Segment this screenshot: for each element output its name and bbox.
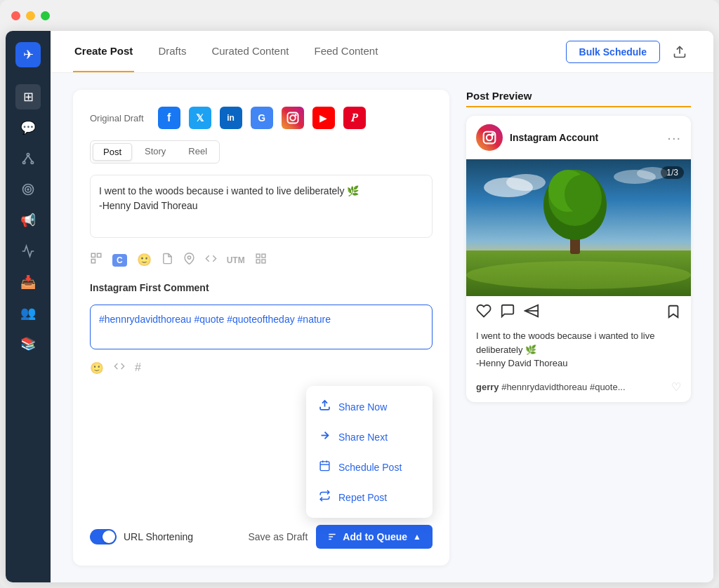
bulk-schedule-button[interactable]: Bulk Schedule: [566, 41, 660, 63]
comment-emoji-icon[interactable]: 🙂: [90, 361, 104, 375]
comment-like-icon[interactable]: ♡: [671, 380, 681, 394]
sidebar-item-network[interactable]: [15, 146, 41, 171]
sidebar-item-team[interactable]: 👥: [15, 300, 41, 326]
share-next-icon: [317, 429, 331, 444]
instagram-avatar: [476, 124, 503, 151]
youtube-icon[interactable]: ▶: [312, 107, 335, 129]
preview-image: 1/3: [466, 159, 691, 296]
tab-curated-content[interactable]: Curated Content: [210, 31, 290, 72]
tab-story[interactable]: Story: [135, 143, 176, 161]
svg-point-10: [290, 115, 296, 121]
share-now-item[interactable]: Share Now: [306, 392, 433, 422]
svg-rect-13: [98, 253, 101, 257]
content-area: Original Draft f 𝕏 in: [51, 73, 713, 582]
svg-line-3: [24, 156, 28, 161]
account-name: Instagram Account: [510, 132, 598, 143]
sidebar-item-library[interactable]: 📚: [15, 331, 41, 356]
linkedin-icon[interactable]: in: [220, 107, 242, 129]
tab-post[interactable]: Post: [93, 143, 132, 161]
image-counter: 1/3: [661, 166, 684, 179]
comment-code-icon[interactable]: [114, 361, 125, 375]
url-shortening-toggle[interactable]: [90, 529, 117, 544]
svg-point-0: [27, 154, 29, 156]
svg-rect-25: [320, 462, 329, 471]
tab-feed-content[interactable]: Feed Content: [312, 31, 379, 72]
file-icon[interactable]: [161, 253, 173, 268]
instagram-platform-icon[interactable]: [282, 107, 304, 129]
add-to-queue-button[interactable]: Add to Queue ▲: [316, 525, 433, 549]
main-content: Create Post Drafts Curated Content Feed …: [51, 31, 713, 582]
sidebar-item-dashboard[interactable]: ⊞: [15, 84, 41, 109]
pinterest-icon[interactable]: 𝑃: [343, 107, 366, 129]
preview-card: Instagram Account ···: [466, 116, 691, 402]
svg-rect-12: [91, 253, 95, 257]
preview-account: Instagram Account: [476, 124, 598, 151]
svg-rect-19: [262, 259, 265, 262]
comment-toolbar: 🙂 #: [90, 361, 433, 375]
original-draft-label: Original Draft: [90, 113, 144, 123]
tab-reel[interactable]: Reel: [178, 143, 217, 161]
sidebar-item-target[interactable]: [15, 177, 41, 202]
emoji-icon[interactable]: 🙂: [137, 253, 152, 267]
sidebar-item-megaphone[interactable]: 📢: [15, 208, 41, 233]
tab-drafts[interactable]: Drafts: [157, 31, 187, 72]
tab-create-post[interactable]: Create Post: [73, 31, 134, 72]
bookmark-icon[interactable]: [666, 304, 681, 322]
more-options-button[interactable]: ···: [667, 130, 681, 146]
post-type-tabs: Post Story Reel: [90, 140, 220, 163]
sidebar-item-messages[interactable]: 💬: [15, 115, 41, 140]
minimize-button[interactable]: [26, 11, 35, 20]
code-icon[interactable]: [205, 253, 217, 268]
save-draft-button[interactable]: Save as Draft: [249, 531, 308, 542]
share-icon[interactable]: [524, 303, 539, 322]
svg-point-39: [466, 261, 691, 289]
twitter-icon[interactable]: 𝕏: [189, 107, 211, 129]
preview-comment: gerry #hennrydavidthoreau #quote... ♡: [466, 377, 691, 402]
svg-rect-18: [256, 259, 260, 262]
google-icon[interactable]: G: [251, 107, 273, 129]
top-nav: Create Post Drafts Curated Content Feed …: [51, 31, 713, 73]
schedule-post-icon: [317, 460, 331, 474]
app-window: ✈ ⊞ 💬 📢 📥 👥 �: [0, 0, 719, 588]
first-comment-label: Instagram First Comment: [90, 282, 433, 293]
schedule-post-item[interactable]: Schedule Post: [306, 452, 433, 482]
editor-toolbar: C 🙂 UTM: [90, 249, 433, 271]
platform-row: Original Draft f 𝕏 in: [90, 107, 433, 129]
preview-panel: Post Preview: [466, 90, 691, 566]
repost-icon[interactable]: [90, 252, 103, 268]
sidebar-item-analytics[interactable]: [15, 239, 41, 264]
post-editor: Original Draft f 𝕏 in: [73, 90, 449, 566]
share-now-icon: [317, 399, 331, 414]
grid-icon[interactable]: [255, 253, 267, 268]
location-icon[interactable]: [183, 253, 195, 268]
like-icon[interactable]: [476, 303, 492, 322]
sidebar-item-inbox[interactable]: 📥: [15, 269, 41, 295]
nav-actions: Bulk Schedule: [566, 41, 691, 63]
svg-line-4: [28, 156, 32, 161]
first-comment-input[interactable]: #hennrydavidthoreau #quote #quoteoftheda…: [90, 305, 433, 349]
svg-rect-17: [262, 254, 265, 258]
maximize-button[interactable]: [41, 11, 50, 20]
comment-icon[interactable]: [500, 303, 515, 322]
titlebar: [0, 0, 719, 31]
svg-point-7: [27, 189, 29, 190]
ai-icon[interactable]: C: [112, 254, 127, 267]
svg-point-30: [487, 135, 492, 140]
repeat-post-icon: [317, 490, 331, 505]
preview-title: Post Preview: [466, 90, 691, 107]
facebook-icon[interactable]: f: [158, 107, 180, 129]
queue-dropdown-menu: Share Now Share Next: [306, 386, 433, 518]
sidebar: ✈ ⊞ 💬 📢 📥 👥 �: [6, 31, 51, 582]
comment-username: gerry: [476, 382, 499, 392]
post-content-input[interactable]: I went to the woods because i wanted to …: [90, 175, 433, 238]
close-button[interactable]: [11, 11, 20, 20]
hashtag-icon[interactable]: #: [135, 361, 141, 374]
sidebar-logo[interactable]: ✈: [15, 42, 41, 67]
repeat-post-item[interactable]: Repet Post: [306, 482, 433, 512]
utm-button[interactable]: UTM: [227, 255, 245, 265]
export-icon[interactable]: [668, 41, 691, 63]
share-next-item[interactable]: Share Next: [306, 422, 433, 452]
svg-rect-14: [91, 260, 95, 263]
bottom-row: URL Shortening Save as Draft Add to Queu…: [90, 525, 433, 549]
preview-header: Instagram Account ···: [466, 116, 691, 159]
